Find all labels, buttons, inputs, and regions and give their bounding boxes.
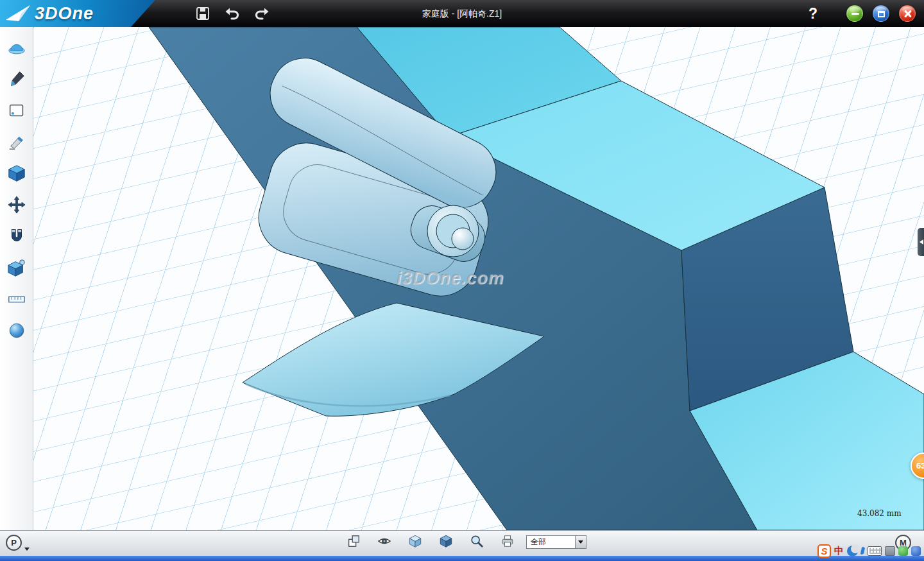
printer-icon xyxy=(501,534,515,548)
tool-sketch-brush[interactable] xyxy=(6,69,27,89)
tool-measure-ruler[interactable] xyxy=(6,289,27,309)
view-dome-icon xyxy=(7,38,26,57)
move-icon xyxy=(7,195,26,214)
tool-magnet-assembly[interactable] xyxy=(6,226,27,246)
magnifier-icon xyxy=(470,534,484,548)
datum-plane-icon xyxy=(346,534,361,548)
datum-display-button[interactable] xyxy=(346,534,361,548)
close-button[interactable] xyxy=(899,5,916,22)
taskbar-strip xyxy=(0,556,924,561)
magnet-icon xyxy=(7,227,26,246)
primitive-cube-icon xyxy=(7,164,26,183)
view-tools xyxy=(346,534,515,548)
shaded-cube-icon xyxy=(408,534,422,548)
chevron-down-icon xyxy=(578,540,583,546)
tool-trim-eraser[interactable] xyxy=(6,132,27,152)
panel-collapse-tab[interactable] xyxy=(918,228,924,256)
maximize-button[interactable] xyxy=(873,5,889,22)
layer-cube-icon xyxy=(439,534,453,548)
toolbox-icon[interactable] xyxy=(885,546,895,556)
document-title: 家庭版 - [阿帕奇.Z1] xyxy=(422,0,502,27)
dimension-label: 43.082 mm xyxy=(857,509,902,518)
minimize-icon xyxy=(851,13,859,15)
left-toolbar xyxy=(0,27,33,530)
status-bar: P xyxy=(0,530,924,556)
viewport-3d[interactable]: i3DOne.com 43.082 mm 63 xyxy=(33,27,924,530)
filter-dropdown-button[interactable] xyxy=(576,535,586,549)
redo-button[interactable] xyxy=(253,4,271,22)
title-bar: 3DOne 家庭版 - [阿帕奇.Z1] ? xyxy=(0,0,924,27)
entity-filter: 全部 xyxy=(526,535,586,549)
paper-plane-icon xyxy=(5,4,31,23)
tool-combine-solids[interactable] xyxy=(6,257,27,278)
layer-mode-button[interactable] xyxy=(439,534,453,548)
redo-icon xyxy=(254,6,270,21)
tool-view-dome[interactable] xyxy=(6,37,27,58)
soft-keyboard-icon[interactable] xyxy=(868,546,882,556)
quick-toolbar xyxy=(194,0,271,27)
app-name: 3DOne xyxy=(35,4,94,24)
skin-icon[interactable] xyxy=(898,546,908,556)
app-logo: 3DOne xyxy=(0,0,155,27)
save-button[interactable] xyxy=(194,4,212,22)
filter-select[interactable]: 全部 xyxy=(526,535,576,549)
nose-knob xyxy=(452,228,474,250)
eraser-icon xyxy=(7,132,26,151)
plane-mode-caret[interactable] xyxy=(24,548,30,553)
brush-icon xyxy=(7,69,26,89)
shade-mode-button[interactable] xyxy=(408,534,422,548)
zoom-button[interactable] xyxy=(470,534,484,548)
help-button[interactable]: ? xyxy=(803,0,823,27)
maximize-icon xyxy=(878,11,885,17)
night-mode-icon[interactable] xyxy=(847,546,858,557)
print-button[interactable] xyxy=(501,534,515,548)
eye-icon xyxy=(377,534,391,548)
tool-sketch-plane[interactable] xyxy=(6,100,27,121)
minimize-button[interactable] xyxy=(846,5,863,22)
sogou-logo-icon[interactable]: S xyxy=(817,544,831,558)
tool-material-sphere[interactable] xyxy=(6,320,27,341)
settings-icon[interactable] xyxy=(911,546,921,556)
sketch-plane-icon xyxy=(7,101,26,120)
ime-toolbar: S 中 xyxy=(817,544,921,558)
save-icon xyxy=(195,6,210,21)
watermark: i3DOne.com xyxy=(397,268,504,288)
undo-button[interactable] xyxy=(223,4,241,22)
material-sphere-icon xyxy=(7,321,26,340)
chinese-mode-icon[interactable]: 中 xyxy=(834,545,844,557)
undo-icon xyxy=(225,6,240,21)
chevron-left-icon xyxy=(917,239,923,245)
window-controls xyxy=(846,5,916,22)
measure-ruler-icon xyxy=(7,289,26,309)
screen: { "window": { "app_name": "3DOne", "docu… xyxy=(0,0,924,561)
tool-move-transform[interactable] xyxy=(6,194,27,215)
plane-mode-button[interactable]: P xyxy=(6,535,22,551)
tool-primitive-cube[interactable] xyxy=(6,163,27,184)
punctuation-icon[interactable] xyxy=(861,547,864,555)
combine-solids-icon xyxy=(7,258,26,277)
visibility-button[interactable] xyxy=(377,534,391,548)
